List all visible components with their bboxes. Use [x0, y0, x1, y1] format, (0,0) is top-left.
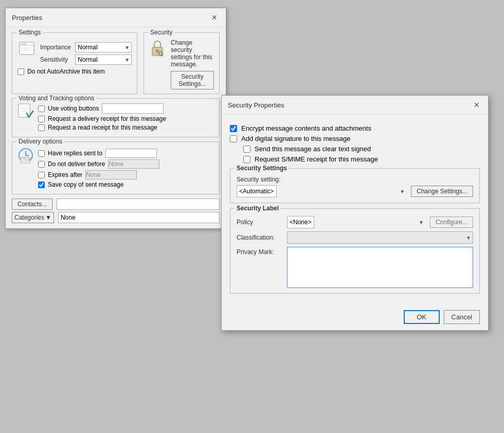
- configure-button[interactable]: Configure...: [430, 217, 473, 228]
- categories-input[interactable]: [58, 212, 220, 223]
- voting-buttons-input[interactable]: [102, 103, 164, 114]
- encrypt-checkbox[interactable]: [230, 125, 237, 132]
- voting-icon: [17, 102, 34, 122]
- security-properties-dialog: Security Properties ✕ Encrypt message co…: [221, 95, 489, 331]
- voting-rows: Use voting buttons Request a delivery re…: [38, 102, 214, 133]
- security-description: Change security settings for this messag…: [171, 39, 214, 68]
- classification-label: Classification:: [237, 234, 283, 241]
- policy-dropdown-wrapper: <None> ▼: [287, 216, 426, 228]
- security-properties-title: Security Properties: [228, 101, 284, 109]
- voting-legend: Voting and Tracking options: [16, 95, 96, 102]
- save-copy-row: Save copy of sent message: [38, 181, 214, 188]
- properties-dialog: Properties ✕ Settings: [5, 8, 226, 229]
- cancel-button[interactable]: Cancel: [444, 310, 480, 324]
- expires-after-checkbox[interactable]: [38, 172, 45, 178]
- settings-group: Settings: [12, 32, 137, 94]
- autoarchive-label: Do not AutoArchive this item: [27, 68, 105, 75]
- have-replies-checkbox[interactable]: [38, 150, 45, 157]
- categories-row: Categories ▼: [12, 212, 220, 223]
- delivery-rows: Have replies sent to Do not deliver befo…: [38, 147, 214, 190]
- save-copy-checkbox[interactable]: [38, 182, 45, 188]
- delivery-legend: Delivery options: [16, 138, 64, 145]
- contacts-input[interactable]: [57, 199, 220, 210]
- have-replies-row: Have replies sent to: [38, 149, 214, 158]
- security-content: Change security settings for this messag…: [149, 39, 214, 89]
- categories-button[interactable]: Categories ▼: [12, 212, 54, 223]
- have-replies-label: Have replies sent to: [48, 150, 102, 157]
- clear-text-row: Send this message as clear text signed: [243, 145, 480, 153]
- autoarchive-row: Do not AutoArchive this item: [17, 68, 132, 75]
- expires-after-row: Expires after: [38, 170, 214, 179]
- sensitivity-dropdown[interactable]: Normal Personal Private Confidential: [75, 55, 132, 65]
- security-label-section: Security Label Policy <None> ▼ Configure…: [230, 208, 480, 294]
- security-setting-arrow: ▼: [400, 189, 405, 194]
- importance-label: Importance: [40, 44, 71, 51]
- sensitivity-label: Sensitivity: [40, 56, 71, 63]
- use-voting-label: Use voting buttons: [48, 105, 99, 112]
- security-footer: OK Cancel: [222, 306, 488, 330]
- smime-receipt-label: Request S/MIME receipt for this message: [255, 155, 378, 163]
- settings-icon: [17, 39, 36, 58]
- importance-dropdown[interactable]: Normal Low High: [75, 42, 132, 52]
- clear-text-checkbox[interactable]: [243, 146, 250, 153]
- ok-button[interactable]: OK: [404, 310, 440, 324]
- have-replies-input[interactable]: [105, 149, 157, 158]
- do-not-deliver-label: Do not deliver before: [48, 160, 105, 168]
- digital-sig-row: Add digital signature to this message: [230, 135, 480, 142]
- read-receipt-label: Request a read receipt for this message: [48, 124, 157, 131]
- encrypt-label: Encrypt message contents and attachments: [241, 124, 371, 132]
- delivery-section: Delivery options Have replies sent to: [12, 141, 220, 194]
- security-setting-label: Security setting:: [237, 176, 473, 183]
- importance-dropdown-wrapper: Normal Low High ▼: [75, 42, 132, 52]
- voting-content: Use voting buttons Request a delivery re…: [17, 102, 214, 133]
- digital-sig-label: Add digital signature to this message: [241, 135, 350, 142]
- do-not-deliver-checkbox[interactable]: [38, 161, 45, 168]
- lock-icon: [149, 39, 166, 59]
- properties-close-button[interactable]: ✕: [209, 12, 220, 23]
- settings-legend: Settings: [16, 29, 43, 36]
- digital-sig-checkbox[interactable]: [230, 135, 237, 142]
- properties-titlebar: Properties ✕: [6, 8, 226, 27]
- smime-receipt-checkbox[interactable]: [243, 156, 250, 163]
- do-not-deliver-input[interactable]: [108, 159, 159, 169]
- svg-rect-3: [24, 43, 26, 45]
- use-voting-checkbox[interactable]: [38, 105, 45, 112]
- contacts-button[interactable]: Contacts...: [12, 199, 52, 210]
- change-settings-button[interactable]: Change Settings...: [411, 186, 473, 197]
- categories-label: Categories: [14, 214, 44, 221]
- autoarchive-checkbox[interactable]: [17, 68, 24, 75]
- encrypt-row: Encrypt message contents and attachments: [230, 124, 480, 132]
- security-properties-close-button[interactable]: ✕: [472, 100, 482, 110]
- privacy-mark-textarea[interactable]: [287, 247, 473, 288]
- privacy-mark-label: Privacy Mark:: [237, 248, 283, 256]
- delivery-content: Have replies sent to Do not deliver befo…: [17, 147, 214, 190]
- expires-after-input[interactable]: [85, 170, 137, 179]
- categories-chevron-icon: ▼: [45, 214, 51, 221]
- sig-options: Send this message as clear text signed R…: [243, 145, 480, 163]
- security-setting-row: <Automatic> ▼ Change Settings...: [237, 185, 473, 197]
- security-properties-content: Encrypt message contents and attachments…: [222, 115, 488, 306]
- smime-receipt-row: Request S/MIME receipt for this message: [243, 155, 480, 163]
- security-label-legend: Security Label: [235, 205, 281, 212]
- read-receipt-checkbox[interactable]: [38, 124, 45, 131]
- classification-dropdown-wrapper: ▼: [287, 231, 473, 244]
- delivery-receipt-row: Request a delivery receipt for this mess…: [38, 115, 214, 122]
- security-settings-legend: Security Settings: [235, 165, 289, 172]
- policy-dropdown[interactable]: <None>: [287, 216, 314, 228]
- security-text-area: Change security settings for this messag…: [171, 39, 214, 89]
- save-copy-label: Save copy of sent message: [48, 181, 123, 188]
- security-group: Security Change: [143, 32, 220, 94]
- security-settings-button[interactable]: Security Settings...: [171, 71, 214, 89]
- svg-rect-17: [21, 157, 30, 164]
- security-settings-fieldset: Security Settings Security setting: <Aut…: [230, 168, 480, 203]
- contacts-row: Contacts...: [12, 199, 220, 210]
- delivery-receipt-checkbox[interactable]: [38, 116, 45, 122]
- classification-dropdown: [287, 231, 473, 244]
- security-setting-dropdown[interactable]: <Automatic>: [237, 185, 277, 197]
- security-setting-dropdown-wrapper: <Automatic> ▼: [237, 185, 407, 197]
- settings-fields: Importance Normal Low High ▼ Sensitivity: [40, 42, 132, 65]
- security-legend: Security: [148, 29, 174, 36]
- security-properties-titlebar: Security Properties ✕: [222, 96, 488, 115]
- do-not-deliver-row: Do not deliver before: [38, 159, 214, 169]
- svg-rect-2: [21, 43, 23, 45]
